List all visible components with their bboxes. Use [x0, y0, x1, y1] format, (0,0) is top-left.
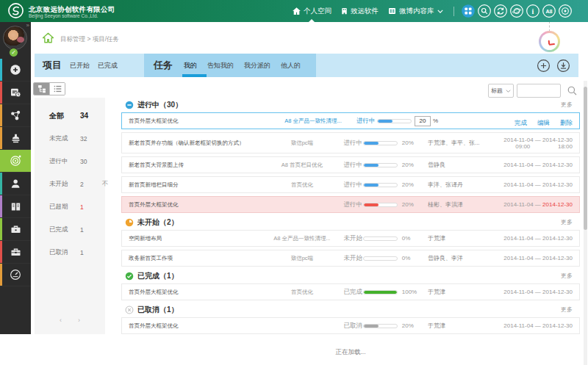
- filter-dropdown[interactable]: 标题: [488, 84, 514, 98]
- stat-cancelled[interactable]: 已取消1: [35, 241, 105, 264]
- nav-seeyon-software[interactable]: 致远软件: [340, 0, 379, 22]
- task-row[interactable]: 新老首页并存功能（确认新老框架切换的方式）致信pc端进行中20%于荒津、李平、张…: [121, 132, 580, 153]
- apps-icon[interactable]: [461, 4, 476, 18]
- stat-in-progress[interactable]: 进行中30: [35, 150, 105, 173]
- tab-已完成[interactable]: 已完成: [98, 61, 118, 71]
- sidebar-item-work[interactable]: [0, 218, 31, 241]
- toolbar: 标题: [31, 77, 588, 98]
- nav-personal-space[interactable]: 个人空间: [292, 0, 331, 22]
- breadcrumb-section[interactable]: 目标管理: [60, 35, 85, 43]
- view-toggles: [33, 82, 65, 95]
- task-category[interactable]: A8 全产品一致性清理...: [283, 118, 343, 125]
- task-row[interactable]: 新首页新增栏目细分首页优化进行中20%李洋、张译丹2014-11-04 — 20…: [121, 176, 580, 193]
- nav-weibo-library[interactable]: 微博内容库: [387, 0, 443, 22]
- tab-我分派的[interactable]: 我分派的: [244, 61, 270, 71]
- task-category: 致信pc端: [273, 255, 330, 262]
- check-circle-icon: [125, 272, 134, 281]
- globe-icon[interactable]: [509, 4, 524, 18]
- sidebar-item-library[interactable]: [0, 195, 31, 218]
- avatar[interactable]: [3, 26, 27, 50]
- task-row[interactable]: 新老首页大背景图上传A8 首页栏目优化进行中20%曾静良2014-11-04 —…: [121, 156, 580, 173]
- gear-icon[interactable]: [558, 4, 573, 18]
- tab-project[interactable]: 项目: [43, 59, 62, 72]
- task-list: 进行中（30）更多首页外层大框架优化A8 全产品一致性清理...进行中%完成编辑…: [121, 98, 580, 337]
- stat-all[interactable]: 全部34: [35, 104, 105, 127]
- task-category: 致信pc端: [273, 140, 330, 147]
- tree-view-toggle[interactable]: [34, 83, 49, 95]
- target-icon: [9, 154, 22, 167]
- sidebar-item-new[interactable]: [0, 59, 31, 82]
- company-name-en: Beijing Seeyon software Co.,Ltd.: [29, 13, 115, 19]
- task-title: 首页外层大框架优化: [129, 322, 273, 330]
- more-link[interactable]: 更多: [561, 101, 573, 109]
- sidebar-item-people[interactable]: [0, 173, 31, 195]
- task-row[interactable]: 首页外层大框架优化已取消20%于荒津2014-11-04 — 2014-12-3…: [121, 317, 580, 334]
- task-percent: 100%: [402, 289, 423, 295]
- stat-completed[interactable]: 已完成1: [35, 218, 105, 241]
- task-row[interactable]: 空间新增布局A8 全产品一致性清理...未开始0%于荒津2014-11-04 —…: [121, 230, 580, 247]
- clock-widget[interactable]: [539, 21, 561, 53]
- sidebar-item-schedule[interactable]: [0, 82, 31, 104]
- task-title: 首页外层大框架优化: [129, 118, 283, 125]
- a8-icon[interactable]: A8: [542, 4, 556, 18]
- pager-prev[interactable]: ‹: [60, 317, 62, 324]
- tab-已开始[interactable]: 已开始: [70, 61, 90, 71]
- task-actions: 完成编辑删除: [504, 115, 573, 128]
- task-row[interactable]: 政务新首页工作项致信pc端未开始0%曾静良、李洋2014-11-04 — 201…: [121, 250, 580, 267]
- stamp-icon: [10, 132, 22, 145]
- action-complete[interactable]: 完成: [514, 119, 527, 126]
- more-link[interactable]: 更多: [561, 272, 573, 280]
- percent-input[interactable]: [415, 116, 431, 126]
- stat-not-started[interactable]: 未开始2: [35, 173, 105, 195]
- progress-bar: [377, 119, 412, 123]
- task-title: 新老首页并存功能（确认新老框架切换的方式）: [129, 140, 273, 147]
- sidebar-item-workflow[interactable]: [0, 104, 31, 127]
- scrollbar-thumb[interactable]: [584, 87, 587, 230]
- tab-他人的[interactable]: 他人的: [281, 61, 301, 71]
- sidebar-item-official-doc[interactable]: [0, 127, 31, 150]
- company-name-cn: 北京致远协创软件有限公司: [29, 5, 115, 14]
- section-header-completed: 已完成（1）更多: [121, 271, 580, 281]
- task-dates: 2014-11-04 — 2014-12-30: [503, 289, 573, 295]
- task-status: 进行中: [343, 200, 362, 209]
- task-dates: 2014-11-04 — 2014-12-30: [503, 235, 573, 242]
- search-icon[interactable]: [477, 4, 492, 18]
- tab-我的[interactable]: 我的: [184, 61, 197, 71]
- scrollbar[interactable]: [584, 81, 587, 365]
- task-row[interactable]: 首页外层大框架优化A8 全产品一致性清理...进行中%完成编辑删除: [121, 112, 580, 129]
- task-title: 首页外层大框架优化: [129, 201, 273, 209]
- action-edit[interactable]: 编辑: [537, 119, 550, 126]
- stat-overdue[interactable]: 已超期1: [35, 195, 105, 218]
- tab-task[interactable]: 任务: [154, 59, 173, 72]
- home-icon: [292, 7, 301, 15]
- loading-text: 正在加载...: [121, 348, 580, 357]
- action-delete[interactable]: 删除: [560, 119, 573, 126]
- task-title: 新首页新增栏目细分: [129, 181, 273, 189]
- more-link[interactable]: 更多: [561, 218, 573, 226]
- section-header-cancelled: 已取消（1）更多: [121, 305, 580, 314]
- task-owners: 于荒津: [428, 288, 503, 296]
- stat-unfinished[interactable]: 未完成32: [35, 127, 105, 150]
- task-dates: 2014-11-04 — 2014-12-30: [503, 322, 573, 329]
- download-button[interactable]: [556, 59, 570, 73]
- search-input[interactable]: [517, 84, 561, 98]
- refresh-icon[interactable]: [493, 4, 508, 18]
- task-category: A8 首页栏目优化: [273, 162, 330, 169]
- more-link[interactable]: 更多: [561, 306, 573, 314]
- add-button[interactable]: [537, 59, 551, 73]
- section-header-in-progress: 进行中（30）更多: [121, 100, 580, 109]
- minus-circle-icon: [125, 101, 134, 109]
- sidebar-item-monitor[interactable]: [0, 264, 31, 286]
- task-status: 未开始: [343, 254, 362, 263]
- clock-face: [539, 31, 560, 52]
- task-row[interactable]: 首页外层大框架优化进行中20%桂彬、李洪泽2014-11-04 — 2014-1…: [121, 196, 580, 213]
- task-row[interactable]: 首页外层大框架优化首页优化已完成100%于荒津2014-11-04 — 2014…: [121, 283, 580, 300]
- sidebar-item-toolbox[interactable]: [0, 241, 31, 264]
- list-view-toggle[interactable]: [49, 83, 65, 95]
- info-icon[interactable]: i: [526, 4, 540, 18]
- pager-next[interactable]: ›: [78, 317, 80, 324]
- tab-告知我的[interactable]: 告知我的: [207, 61, 234, 71]
- sidebar-item-goal-management[interactable]: [0, 150, 31, 173]
- search-icon[interactable]: [567, 85, 578, 96]
- progress-bar: [363, 163, 398, 167]
